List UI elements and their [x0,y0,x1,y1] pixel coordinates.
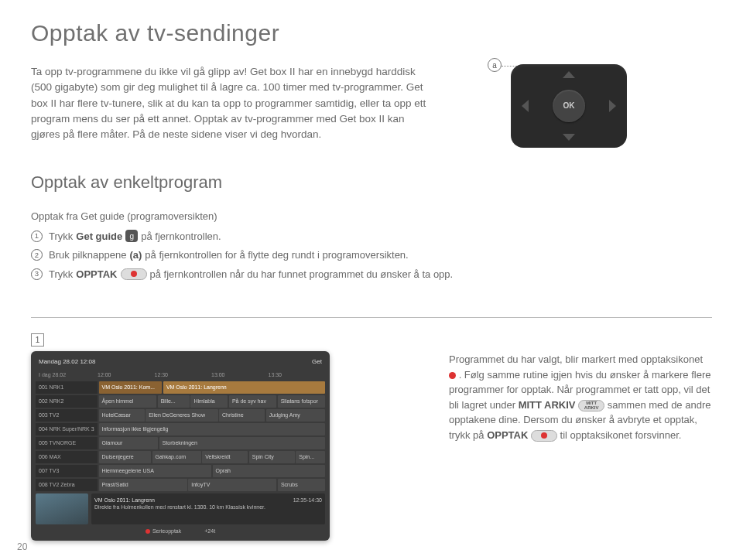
epg-row: 003 TV2 HotelCæsar Ellen DeGeneres Show … [36,409,325,422]
epg-time-1: 12:30 [155,371,212,380]
epg-channel: 005 TVNORGE [36,437,98,450]
record-button-icon [121,268,147,280]
epg-series-record: Serieopptak [146,528,181,536]
step3-bold: OPPTAK [76,267,117,282]
epg-cell: Veltskreidt [202,451,248,464]
epg-cell: Hiemmeegelene USA [99,465,212,478]
epg-time-3: 13:30 [269,371,326,380]
epg-bottom-bar: Serieopptak +24t [36,524,325,536]
epg-cell: Glamour [99,437,159,450]
epg-desc-title: VM Oslo 2011: Langrenn [94,497,155,504]
epg-description: VM Oslo 2011: Langrenn 12:35-14:30 Direk… [91,493,325,524]
step2-text-c: på fjernkontrollen for å flytte deg rund… [145,248,408,263]
epg-row: 004 NRK Super/NRK 3 Informasjon ikke til… [36,423,325,436]
step-3: 3 Trykk OPPTAK på fjernkontrollen når du… [31,267,712,282]
epg-cell: Ellen DeGeneres Show [146,409,217,422]
epg-header: Mandag 28.02 12:08 Get [36,356,325,370]
epg-row: 007 TV3 Hiemmeegelene USA Oprah [36,465,325,478]
arkiv-button-icon: MITT ARKIV [578,400,604,411]
epg-guide: Mandag 28.02 12:08 Get I dag 28.02 12:00… [31,351,330,541]
step1-text-c: på fjernkontrollen. [141,229,221,244]
step-number-2: 2 [31,249,43,261]
epg-times-label: I dag 28.02 [36,371,98,380]
rt-1: Programmet du har valgt, blir markert me… [449,353,703,365]
arrow-right-icon [609,100,616,112]
intro-paragraph: Ta opp tv-programmene du ikke vil gå gli… [31,64,433,142]
remote-dpad: OK [511,64,627,148]
steps-subheading: Opptak fra Get guide (programoversikten) [31,209,712,224]
epg-date: Mandag 28.02 12:08 [39,357,95,367]
epg-cell: Himlabla [190,395,228,408]
epg-cell: Oprah [213,465,326,478]
step3-text-c: på fjernkontrollen når du har funnet pro… [150,267,454,282]
epg-row: 001 NRK1 VM Oslo 2011: Kom... VM Oslo 20… [36,381,325,394]
epg-time-row: I dag 28.02 12:00 12:30 13:00 13:30 [36,370,325,381]
guide-reference-1: 1 [31,333,44,347]
step-2: 2 Bruk pilknappene (a) på fjernkontrolle… [31,248,712,263]
step1-bold: Get guide [76,229,122,244]
epg-cell: Christine [219,409,265,422]
epg-row: 006 MAX Duisenjegere Gahkap.com Veltskre… [36,451,325,464]
epg-channel: 006 MAX [36,451,98,464]
step2-text-a: Bruk pilknappene [49,248,126,263]
rt-mitt-arkiv: MITT ARKIV [519,399,576,411]
epg-channel: 002 NRK2 [36,395,98,408]
intro-block: Ta opp tv-programmene du ikke vil gå gli… [31,64,712,148]
step-number-3: 3 [31,268,43,280]
lower-block: 1 Mandag 28.02 12:08 Get I dag 28.02 12:… [31,332,712,541]
epg-cell: Scrubs [278,479,325,492]
epg-row: 002 NRK2 Åpen himmel Bille... Himlabla P… [36,395,325,408]
epg-channel: 008 TV2 Zebra [36,479,98,492]
arrow-down-icon [563,134,575,141]
epg-cell: InfoyTV [188,479,276,492]
epg-cell: HotelCæsar [99,409,145,422]
epg-time-0: 12:00 [98,371,155,380]
remote-area: a OK [511,64,627,148]
page-title: Opptak av tv-sendinger [31,15,712,50]
epg-cell: Storbekningen [159,437,325,450]
divider [31,317,712,318]
step-1: 1 Trykk Get guide g på fjernkontrollen. [31,229,712,244]
epg-cell: Judging Amy [266,409,325,422]
epg-cell: VM Oslo 2011: Kom... [99,381,163,394]
epg-row: 008 TV2 Zebra Prast/Satid InfoyTV Scrubs [36,479,325,492]
step3-text-a: Trykk [49,267,73,282]
epg-channel: 003 TV2 [36,409,98,422]
epg-channel: 001 NRK1 [36,381,98,394]
section-title: Opptak av enkeltprogram [31,169,712,195]
rt-opptak: OPPTAK [487,429,528,441]
step-number-1: 1 [31,230,43,242]
record-dot-icon [449,372,456,379]
epg-channel: 007 TV3 [36,465,98,478]
epg-cell: Prast/Satid [99,479,187,492]
remote-reference-a: a [488,58,502,72]
epg-row: 005 TVNORGE Glamour Storbekningen [36,437,325,450]
epg-cell: Informasjon ikke tilgjengelig [99,423,326,436]
epg-desc-body: Direkte fra Holmenkollen med renstart kl… [94,504,322,510]
arrow-up-icon [563,71,575,78]
step2-ref-a: (a) [129,248,142,263]
epg-cell: Gahkap.com [152,451,201,464]
epg-cell: Sliatans fotspor [278,395,325,408]
epg-time-2: 13:00 [211,371,269,380]
record-button-icon [531,430,557,442]
page-number: 20 [17,540,27,554]
epg-desc-time: 12:35-14:30 [293,497,322,504]
epg-channel: 004 NRK Super/NRK 3 [36,423,98,436]
rt-4: til opptaksikonet forsvinner. [560,429,682,441]
ok-button: OK [553,90,585,122]
epg-cell: Duisenjegere [99,451,152,464]
epg-footer: VM Oslo 2011: Langrenn 12:35-14:30 Direk… [36,493,325,524]
epg-thumbnail [36,493,88,524]
epg-brand: Get [312,357,322,367]
epg-plus24: +24t [204,528,215,536]
result-paragraph: Programmet du har valgt, blir markert me… [449,332,712,442]
guide-button-icon: g [125,230,138,242]
steps-block: Opptak fra Get guide (programoversikten)… [31,209,712,282]
epg-cell: VM Oslo 2011: Langrenn [163,381,325,394]
epg-cell: Åpen himmel [99,395,157,408]
epg-cell: På de syv hav [229,395,276,408]
epg-cell: Bille... [158,395,190,408]
arrow-left-icon [522,100,529,112]
step1-text-a: Trykk [49,229,73,244]
